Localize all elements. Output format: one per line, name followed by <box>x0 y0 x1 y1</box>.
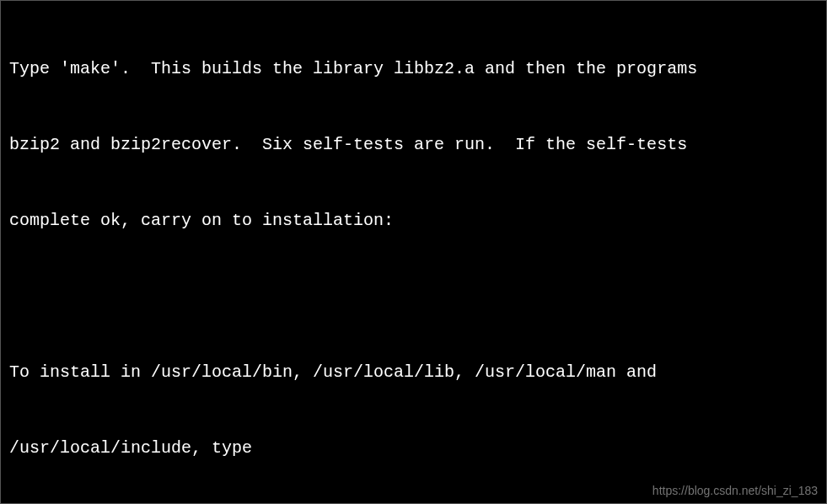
watermark-text: https://blog.csdn.net/shi_zi_183 <box>652 482 818 500</box>
terminal-line: To install in /usr/local/bin, /usr/local… <box>9 360 818 385</box>
terminal-line: /usr/local/include, type <box>9 436 818 461</box>
terminal-line: bzip2 and bzip2recover. Six self-tests a… <box>9 132 818 158</box>
terminal-output: Type 'make'. This builds the library lib… <box>9 6 818 504</box>
terminal-line: Type 'make'. This builds the library lib… <box>9 56 818 82</box>
terminal-line <box>9 284 818 309</box>
terminal-line: complete ok, carry on to installation: <box>9 208 818 233</box>
